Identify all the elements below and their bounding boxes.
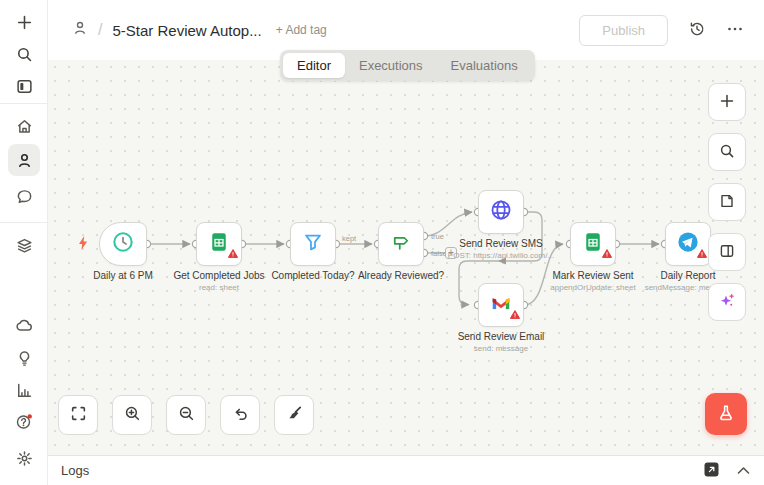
trigger-bolt-icon[interactable]	[76, 235, 90, 255]
clock-icon	[112, 231, 134, 257]
sidebar-search-button[interactable]	[8, 38, 40, 70]
zoom-out-button[interactable]	[166, 395, 206, 435]
add-tag-button[interactable]: + Add tag	[276, 23, 327, 37]
telegram-icon	[677, 231, 699, 257]
google-sheets-icon	[583, 232, 603, 256]
chat-icon	[16, 188, 33, 205]
tab-editor[interactable]: Editor	[283, 53, 345, 78]
sidebar-item-home[interactable]	[8, 110, 40, 142]
warning-icon	[228, 244, 238, 262]
logs-panel-header[interactable]: Logs	[48, 455, 764, 485]
if-signpost-icon	[391, 232, 411, 256]
logs-actions	[704, 462, 750, 480]
collapse-icon	[737, 463, 750, 478]
sidebar-item-cloud[interactable]	[8, 309, 40, 341]
sidebar-item-help[interactable]	[8, 406, 40, 438]
workflow-title[interactable]: 5-Star Review Autop...	[112, 22, 261, 39]
node-send-review-email[interactable]	[478, 283, 524, 327]
add-node-inline-button[interactable]: +	[445, 247, 457, 259]
sidebar-item-settings[interactable]	[8, 442, 40, 474]
editor-tabs: Editor Executions Evaluations	[280, 50, 535, 81]
evaluation-flask-button[interactable]	[705, 393, 747, 435]
tidy-up-button[interactable]	[274, 395, 314, 435]
add-node-button[interactable]	[708, 83, 746, 121]
warning-icon	[697, 244, 707, 262]
sidebar-item-whats-new[interactable]	[8, 342, 40, 374]
user-icon	[72, 20, 88, 40]
n8n-workflow-editor: / 5-Star Review Autop... + Add tag Publi…	[0, 0, 764, 485]
user-icon	[16, 152, 33, 169]
tidy-up-icon	[286, 405, 303, 425]
sidebar-item-templates[interactable]	[8, 229, 40, 261]
flask-icon	[717, 404, 735, 425]
pop-out-icon	[704, 462, 719, 480]
filter-icon	[303, 232, 323, 256]
sidebar-divider	[0, 103, 47, 104]
logs-pop-out-button[interactable]	[704, 462, 719, 480]
fit-view-button[interactable]	[58, 395, 98, 435]
gear-icon	[16, 450, 33, 467]
sidebar-item-chat[interactable]	[8, 180, 40, 212]
undo-icon	[232, 405, 249, 425]
port-label-kept: kept	[342, 234, 357, 243]
tab-evaluations[interactable]: Evaluations	[437, 53, 532, 78]
layers-icon	[16, 237, 33, 254]
history-icon	[688, 20, 706, 41]
new-workflow-button[interactable]	[8, 6, 40, 38]
home-icon	[16, 118, 33, 135]
sidebar-item-insights[interactable]	[8, 374, 40, 406]
warning-icon	[510, 305, 520, 323]
canvas-search-button[interactable]	[708, 133, 746, 171]
plus-icon	[16, 14, 33, 31]
gmail-icon	[490, 292, 512, 318]
header-actions: Publish	[579, 15, 744, 46]
search-icon	[16, 46, 33, 63]
help-icon	[15, 413, 33, 431]
toggle-panel-button[interactable]	[8, 70, 40, 102]
panels-icon	[719, 243, 735, 262]
warning-icon	[602, 244, 612, 262]
tab-executions[interactable]: Executions	[345, 53, 437, 78]
fit-view-icon	[70, 405, 87, 425]
history-button[interactable]	[688, 20, 706, 41]
workflow-canvas[interactable]: kept true false Daily at 6 PM Get Comple…	[48, 60, 764, 455]
ai-assistant-button[interactable]	[708, 283, 746, 321]
zoom-in-icon	[124, 405, 141, 425]
more-icon	[726, 20, 744, 41]
logs-collapse-button[interactable]	[737, 463, 750, 478]
undo-button[interactable]	[220, 395, 260, 435]
zoom-out-icon	[178, 405, 195, 425]
logs-title: Logs	[61, 463, 89, 478]
cloud-icon	[16, 317, 33, 334]
node-already-reviewed[interactable]	[378, 222, 424, 266]
bar-chart-icon	[16, 382, 33, 399]
sticky-note-icon	[719, 193, 735, 212]
zoom-in-button[interactable]	[112, 395, 152, 435]
search-icon	[719, 143, 735, 162]
node-daily-at-6pm[interactable]	[99, 222, 147, 266]
node-mark-review-sent[interactable]	[570, 222, 616, 266]
publish-button[interactable]: Publish	[579, 15, 668, 46]
breadcrumb-separator: /	[98, 21, 102, 39]
sticky-note-button[interactable]	[708, 183, 746, 221]
more-menu-button[interactable]	[726, 20, 744, 41]
ai-sparkle-icon	[718, 292, 736, 313]
sidebar-item-personal[interactable]	[8, 144, 40, 176]
lightbulb-icon	[16, 350, 33, 367]
google-sheets-icon	[209, 232, 229, 256]
globe-icon	[490, 199, 512, 225]
node-completed-today[interactable]	[290, 222, 336, 266]
port-label-true: true	[431, 232, 444, 241]
sidebar-divider	[0, 222, 47, 223]
node-send-review-sms[interactable]	[478, 190, 524, 234]
left-sidebar	[0, 0, 48, 485]
node-daily-report[interactable]	[665, 222, 711, 266]
panels-button[interactable]	[708, 233, 746, 271]
add-node-icon	[719, 93, 735, 112]
panel-icon	[16, 78, 33, 95]
node-get-completed-jobs[interactable]	[196, 222, 242, 266]
